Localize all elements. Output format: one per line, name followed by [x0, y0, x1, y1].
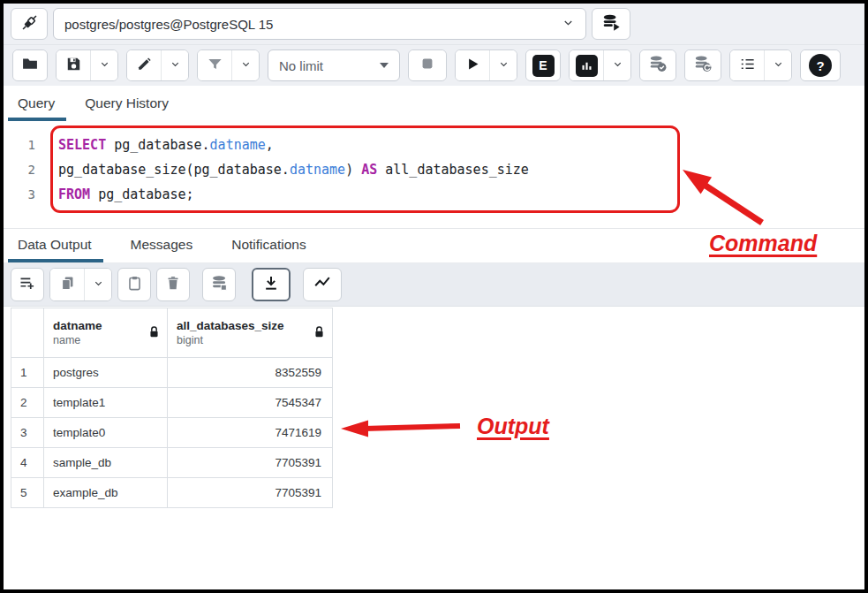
filter-funnel-icon [207, 56, 223, 76]
cancel-query-button[interactable] [409, 50, 446, 80]
pencil-icon [136, 56, 153, 76]
size-cell[interactable]: 7705391 [168, 478, 333, 508]
clipboard-icon [126, 275, 143, 295]
explain-icon: E [532, 55, 555, 77]
execute-options-dropdown[interactable] [489, 50, 517, 80]
row-number-cell[interactable]: 4 [11, 448, 44, 478]
sql-token-plain: ) [345, 162, 361, 178]
tab-messages[interactable]: Messages [129, 229, 195, 262]
macros-dropdown[interactable] [764, 50, 791, 80]
table-row[interactable]: 5example_db7705391 [11, 478, 333, 508]
sql-editor[interactable]: 123 SELECT pg_database.datname,pg_databa… [4, 121, 864, 229]
line-number: 3 [4, 182, 49, 207]
save-button[interactable] [57, 50, 90, 80]
table-row[interactable]: 3template07471619 [11, 418, 333, 448]
stop-icon [419, 55, 436, 76]
table-row[interactable]: 1postgres8352559 [11, 358, 333, 388]
edit-options-dropdown[interactable] [161, 50, 188, 80]
row-number-cell[interactable]: 2 [11, 388, 44, 418]
datname-cell[interactable]: example_db [44, 478, 168, 508]
chevron-down-icon [240, 57, 252, 73]
size-cell[interactable]: 7705391 [168, 448, 333, 478]
line-number: 2 [4, 157, 49, 182]
new-connection-button[interactable] [592, 8, 630, 40]
chevron-down-icon [562, 16, 575, 32]
column-name: all_databases_size [177, 318, 284, 333]
rollback-button[interactable] [685, 50, 721, 80]
sql-token-keyword: SELECT [58, 137, 106, 153]
database-new-connection-icon [601, 13, 621, 35]
sql-token-plain: pg_database. [106, 137, 209, 153]
list-icon [739, 56, 756, 76]
tab-data-output[interactable]: Data Output [16, 229, 94, 262]
column-name: datname [53, 318, 102, 333]
size-cell[interactable]: 7471619 [168, 418, 333, 448]
column-type: bigint [177, 333, 284, 347]
download-results-button[interactable] [252, 268, 291, 301]
tab-notifications[interactable]: Notifications [230, 229, 307, 262]
copy-options-dropdown[interactable] [84, 269, 111, 300]
size-cell[interactable]: 7545347 [168, 388, 333, 418]
row-number-cell[interactable]: 5 [11, 478, 44, 508]
open-file-button[interactable] [13, 50, 47, 80]
graph-visualiser-button[interactable] [303, 268, 342, 301]
sql-gutter: 123 [4, 121, 49, 228]
explain-analyze-chart-icon [576, 55, 598, 77]
add-row-button[interactable] [11, 268, 44, 301]
lock-icon [313, 325, 325, 341]
table-row[interactable]: 4sample_db7705391 [11, 448, 333, 478]
sql-token-column: datname [210, 137, 266, 153]
help-button[interactable]: ? [801, 50, 840, 80]
folder-icon [21, 55, 39, 76]
filter-button[interactable] [198, 50, 231, 80]
row-number-cell[interactable]: 3 [11, 418, 44, 448]
size-cell[interactable]: 8352559 [168, 358, 333, 388]
sql-token-column: datname [290, 162, 345, 178]
column-header-all-databases-size[interactable]: all_databases_size bigint [168, 308, 333, 358]
line-number: 1 [4, 133, 49, 157]
table-header-row: datname name all_databases_size bigint [11, 308, 333, 358]
sql-code-line[interactable]: FROM pg_database; [58, 182, 529, 207]
row-limit-value: No limit [279, 58, 323, 73]
line-chart-icon [313, 273, 332, 296]
datname-cell[interactable]: sample_db [44, 448, 168, 478]
datname-cell[interactable]: postgres [44, 358, 168, 388]
chevron-down-icon [498, 57, 509, 73]
sql-code-lines: SELECT pg_database.datname,pg_database_s… [49, 121, 529, 228]
sql-code-line[interactable]: pg_database_size(pg_database.datname) AS… [58, 157, 529, 182]
execute-query-button[interactable] [456, 50, 489, 80]
sql-code-line[interactable]: SELECT pg_database.datname, [58, 133, 529, 157]
delete-row-button[interactable] [156, 268, 190, 301]
chevron-down-icon [99, 57, 110, 73]
save-options-dropdown[interactable] [90, 50, 117, 80]
result-table: datname name all_databases_size bigint [11, 308, 333, 508]
sql-token-plain: pg_database; [90, 186, 193, 202]
paste-button[interactable] [117, 268, 151, 301]
datname-cell[interactable]: template1 [44, 388, 168, 418]
tab-query[interactable]: Query [16, 87, 57, 121]
row-limit-dropdown[interactable]: No limit [268, 49, 400, 81]
filter-options-dropdown[interactable] [231, 50, 259, 80]
trash-icon [165, 275, 181, 294]
row-number-cell[interactable]: 1 [11, 358, 44, 388]
explain-options-dropdown[interactable] [603, 50, 630, 80]
edit-button[interactable] [127, 50, 161, 80]
chevron-down-icon [612, 57, 623, 73]
macros-button[interactable] [730, 50, 764, 80]
explain-analyze-button[interactable] [570, 50, 603, 80]
save-data-changes-button[interactable] [202, 268, 236, 301]
sql-token-plain: , [266, 137, 274, 153]
add-row-icon [19, 274, 36, 295]
copy-button[interactable] [50, 269, 84, 300]
tab-query-history[interactable]: Query History [83, 87, 170, 121]
table-row[interactable]: 2template17545347 [11, 388, 333, 418]
column-header-datname[interactable]: datname name [44, 308, 168, 358]
datname-cell[interactable]: template0 [44, 418, 168, 448]
explain-button[interactable]: E [526, 50, 560, 80]
copy-icon [59, 275, 76, 295]
sql-token-keyword: AS [361, 162, 377, 178]
select-all-corner-cell[interactable] [11, 308, 44, 358]
connection-dropdown[interactable]: postgres/postgres@PostgreSQL 15 [53, 8, 586, 40]
commit-button[interactable] [640, 50, 676, 80]
connection-status-button[interactable] [11, 8, 48, 40]
